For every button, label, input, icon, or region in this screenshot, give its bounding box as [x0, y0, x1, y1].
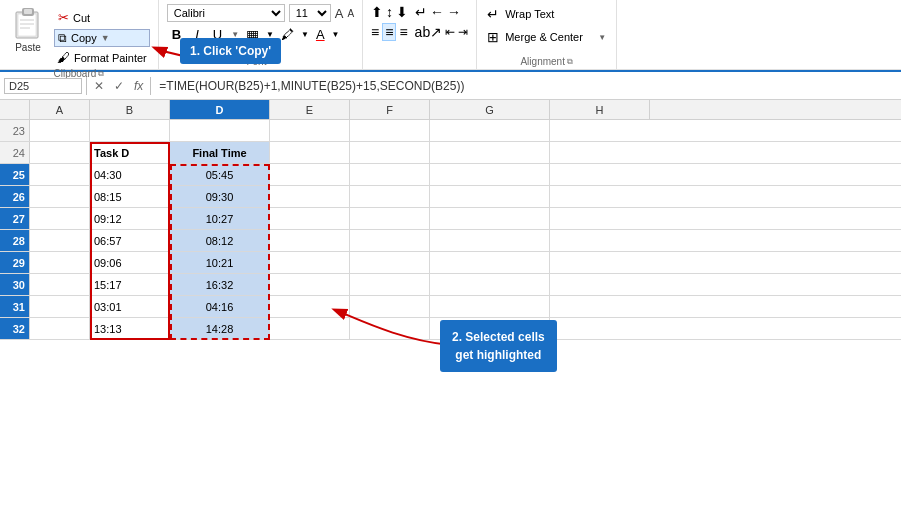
align-left-icon[interactable]: ≡ [371, 24, 379, 40]
cell-g[interactable] [430, 252, 550, 273]
font-grow-icon[interactable]: A [335, 6, 344, 21]
cell-a[interactable] [30, 208, 90, 229]
cell-g[interactable] [430, 186, 550, 207]
indent-right-icon[interactable]: → [447, 4, 461, 20]
alignment-expand-icon[interactable]: ⧉ [567, 57, 573, 67]
cell-e[interactable] [270, 230, 350, 251]
col-header-d[interactable]: D [170, 100, 270, 119]
col-header-b[interactable]: B [90, 100, 170, 119]
align-middle-icon[interactable]: ↕ [386, 4, 393, 20]
font-name-select[interactable]: Calibri [167, 4, 285, 22]
cell-f[interactable] [350, 318, 430, 339]
cell-h[interactable] [550, 142, 650, 163]
align-right-icon[interactable]: ≡ [399, 24, 407, 40]
copy-dropdown-icon[interactable]: ▼ [101, 33, 110, 43]
cell-h[interactable] [550, 186, 650, 207]
orientation-icon[interactable]: ab↗ [415, 24, 443, 40]
clipboard-expand-icon[interactable]: ⧉ [98, 69, 104, 79]
cell-d[interactable]: 09:30 [170, 186, 270, 207]
confirm-icon[interactable]: ✓ [111, 79, 127, 93]
cell-e[interactable] [270, 186, 350, 207]
cancel-icon[interactable]: ✕ [91, 79, 107, 93]
col-header-a[interactable]: A [30, 100, 90, 119]
cell-h[interactable] [550, 274, 650, 295]
cell-d[interactable]: 10:21 [170, 252, 270, 273]
cell-b[interactable]: 09:12 [90, 208, 170, 229]
formula-input[interactable] [155, 79, 897, 93]
cell-e[interactable] [270, 208, 350, 229]
cell-h[interactable] [550, 318, 650, 339]
cell-a[interactable] [30, 296, 90, 317]
cell-b[interactable] [90, 120, 170, 141]
cell-h[interactable] [550, 120, 650, 141]
col-header-g[interactable]: G [430, 100, 550, 119]
paste-button[interactable]: Paste [8, 4, 48, 55]
wrap-icon-top[interactable]: ↵ [415, 4, 427, 20]
merge-dropdown-icon[interactable]: ▼ [598, 33, 606, 42]
cell-a[interactable] [30, 318, 90, 339]
cell-g[interactable] [430, 164, 550, 185]
cell-d[interactable] [170, 120, 270, 141]
cell-e[interactable] [270, 318, 350, 339]
cell-ref-input[interactable] [4, 78, 82, 94]
cell-g[interactable] [430, 274, 550, 295]
col-header-e[interactable]: E [270, 100, 350, 119]
align-bottom-icon[interactable]: ⬇ [396, 4, 408, 20]
cut-button[interactable]: ✂ Cut [54, 8, 150, 27]
cell-h[interactable] [550, 164, 650, 185]
col-header-f[interactable]: F [350, 100, 430, 119]
decrease-indent-icon[interactable]: ⇤ [445, 25, 455, 39]
cell-f[interactable] [350, 142, 430, 163]
cell-b[interactable]: 09:06 [90, 252, 170, 273]
cell-d[interactable]: 05:45 [170, 164, 270, 185]
cell-f[interactable] [350, 274, 430, 295]
highlight-dropdown[interactable]: ▼ [301, 30, 309, 39]
col-header-h[interactable]: H [550, 100, 650, 119]
cell-e[interactable] [270, 142, 350, 163]
cell-b[interactable]: 03:01 [90, 296, 170, 317]
cell-d[interactable]: 16:32 [170, 274, 270, 295]
cell-a[interactable] [30, 252, 90, 273]
cell-e[interactable] [270, 120, 350, 141]
font-shrink-icon[interactable]: A [347, 8, 354, 19]
cell-e[interactable] [270, 164, 350, 185]
indent-left-icon[interactable]: ← [430, 4, 444, 20]
copy-button[interactable]: ⧉ Copy ▼ [54, 29, 150, 47]
cell-g[interactable] [430, 230, 550, 251]
cell-f[interactable] [350, 164, 430, 185]
merge-center-button[interactable]: ⊞ Merge & Center ▼ [485, 27, 608, 47]
cell-d[interactable]: 14:28 [170, 318, 270, 339]
cell-b[interactable]: 13:13 [90, 318, 170, 339]
wrap-text-button[interactable]: ↵ Wrap Text [485, 4, 608, 24]
cell-a[interactable] [30, 120, 90, 141]
cell-h[interactable] [550, 252, 650, 273]
cell-g[interactable] [430, 142, 550, 163]
cell-b[interactable]: 15:17 [90, 274, 170, 295]
cell-h[interactable] [550, 208, 650, 229]
cell-d[interactable]: 08:12 [170, 230, 270, 251]
cell-f[interactable] [350, 252, 430, 273]
cell-d[interactable]: 04:16 [170, 296, 270, 317]
cell-b[interactable]: 08:15 [90, 186, 170, 207]
cell-f[interactable] [350, 296, 430, 317]
cell-d[interactable]: 10:27 [170, 208, 270, 229]
cell-g[interactable] [430, 120, 550, 141]
cell-g[interactable] [430, 296, 550, 317]
cell-b[interactable]: 06:57 [90, 230, 170, 251]
cell-a[interactable] [30, 186, 90, 207]
cell-f[interactable] [350, 208, 430, 229]
cell-h[interactable] [550, 230, 650, 251]
cell-d[interactable]: Final Time [170, 142, 270, 163]
font-color-dropdown[interactable]: ▼ [332, 30, 340, 39]
cell-a[interactable] [30, 230, 90, 251]
cell-a[interactable] [30, 142, 90, 163]
cell-e[interactable] [270, 252, 350, 273]
cell-g[interactable] [430, 208, 550, 229]
font-size-select[interactable]: 11 [289, 4, 331, 22]
cell-e[interactable] [270, 274, 350, 295]
align-top-icon[interactable]: ⬆ [371, 4, 383, 20]
cell-a[interactable] [30, 274, 90, 295]
align-center-icon[interactable]: ≡ [382, 23, 396, 41]
cell-b[interactable]: 04:30 [90, 164, 170, 185]
font-color-button[interactable]: A [313, 26, 328, 43]
